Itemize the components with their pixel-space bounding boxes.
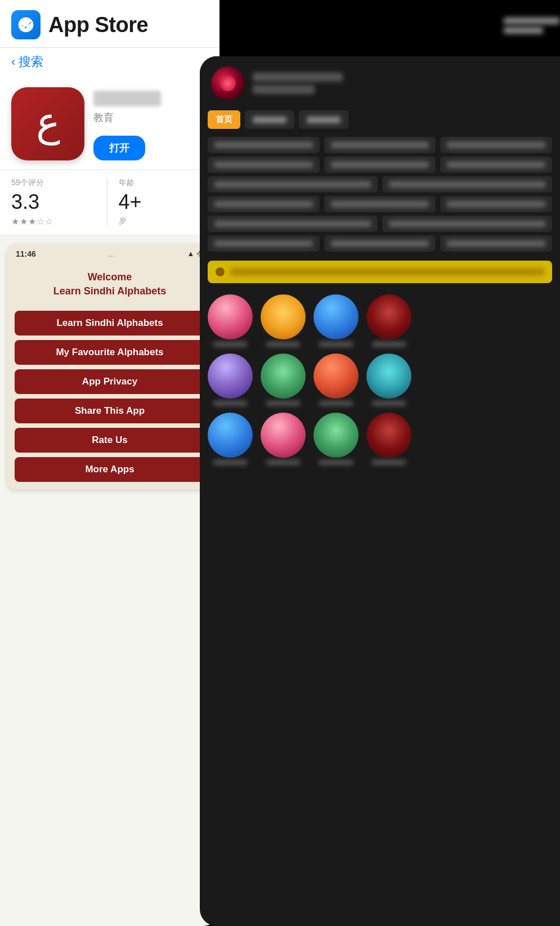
menu-btn-5a[interactable] <box>208 216 378 232</box>
btn-text-6b <box>331 240 429 247</box>
menu-btn-2b[interactable] <box>324 156 436 173</box>
rp-name-area <box>253 73 549 94</box>
avatar-img-12 <box>366 413 411 458</box>
menu-btn-4c[interactable] <box>440 196 552 212</box>
grid-avatar-9[interactable] <box>208 413 253 465</box>
tab-3-label <box>307 117 341 123</box>
avatar-img-7 <box>313 354 359 399</box>
menu-btn-3a[interactable] <box>208 176 378 193</box>
avatar-img-4 <box>366 294 411 339</box>
avatar-img-8 <box>366 354 411 399</box>
menu-row-4 <box>208 196 552 212</box>
grid-avatar-10[interactable] <box>261 413 306 465</box>
tab-home-label: 首页 <box>216 114 232 125</box>
rp-name-line1 <box>253 73 343 82</box>
star-rating: ★★★☆☆ <box>11 216 101 227</box>
avatar-img-10 <box>261 413 306 458</box>
menu-btn-6a[interactable] <box>208 235 320 252</box>
grid-avatar-11[interactable] <box>313 413 359 465</box>
rp-menu-rows <box>200 133 560 255</box>
grid-avatar-4[interactable] <box>366 294 411 347</box>
app-store-icon <box>11 10 41 39</box>
age-label: 年龄 <box>119 178 209 188</box>
blurred-app-text <box>504 17 560 34</box>
tab-3[interactable] <box>299 110 348 129</box>
menu-btn-4a[interactable] <box>208 196 320 212</box>
app-store-panel: App Store ‹ 搜索 ع 教育 打开 59个评分 3.3 ★★★☆☆ 年… <box>0 0 219 926</box>
app-store-title: App Store <box>48 13 148 37</box>
rp-avatar-inner <box>220 75 236 91</box>
avatar-label-3 <box>319 342 353 347</box>
grid-avatar-3[interactable] <box>313 294 359 347</box>
rating-block: 59个评分 3.3 ★★★☆☆ <box>11 178 101 227</box>
menu-btn-1b[interactable] <box>324 137 436 153</box>
grid-avatar-7[interactable] <box>313 354 359 406</box>
btn-text-3a <box>214 181 371 187</box>
app-preview: 11:46 ... ▲ 令 Welcome Learn Sindhi Alpha… <box>7 244 213 490</box>
avatar-img-1 <box>208 294 253 339</box>
grid-avatar-1[interactable] <box>208 294 253 347</box>
nav-bar[interactable]: ‹ 搜索 <box>0 48 219 76</box>
menu-item-rate[interactable]: Rate Us <box>15 428 205 453</box>
preview-menu: Learn Sindhi Alphabets My Favourite Alph… <box>7 305 213 490</box>
rp-header <box>200 56 560 106</box>
tab-home[interactable]: 首页 <box>208 110 240 129</box>
menu-btn-2c[interactable] <box>440 156 552 173</box>
menu-btn-1c[interactable] <box>440 137 552 153</box>
btn-text-4a <box>214 201 313 207</box>
grid-avatar-12[interactable] <box>366 413 411 465</box>
app-icon-letter: ع <box>36 98 60 146</box>
rp-tabs[interactable]: 首页 <box>200 106 560 133</box>
menu-item-learn[interactable]: Learn Sindhi Alphabets <box>15 311 205 335</box>
menu-item-more[interactable]: More Apps <box>15 457 205 482</box>
avatar-label-12 <box>372 460 406 465</box>
btn-text-6c <box>447 240 545 247</box>
avatar-img-2 <box>261 294 306 339</box>
avatar-label-8 <box>372 401 406 406</box>
open-button[interactable]: 打开 <box>93 136 145 160</box>
menu-item-privacy[interactable]: App Privacy <box>15 369 205 394</box>
back-label[interactable]: 搜索 <box>19 53 43 70</box>
btn-text-5a <box>214 221 371 227</box>
menu-btn-4b[interactable] <box>324 196 436 212</box>
avatar-label-10 <box>266 460 300 465</box>
notif-icon <box>216 267 225 276</box>
preview-title-area: Welcome Learn Sindhi Alphabets <box>7 261 213 305</box>
blurred-text-line-2 <box>504 27 543 34</box>
menu-btn-2a[interactable] <box>208 156 320 173</box>
preview-welcome-text: Welcome Learn Sindhi Alphabets <box>12 270 207 298</box>
menu-item-share[interactable]: Share This App <box>15 399 205 423</box>
menu-btn-6b[interactable] <box>324 235 436 252</box>
avatar-img-3 <box>313 294 359 339</box>
age-number: 4+ <box>119 190 209 214</box>
menu-row-5 <box>208 216 552 232</box>
btn-text-1a <box>214 142 313 148</box>
menu-btn-5b[interactable] <box>382 216 552 232</box>
app-store-svg <box>17 16 35 34</box>
menu-btn-1a[interactable] <box>208 137 320 153</box>
blurred-text-line-1 <box>504 17 560 24</box>
app-info-section: ع 教育 打开 <box>0 76 219 170</box>
rp-name-line2 <box>253 85 315 94</box>
grid-avatar-5[interactable] <box>208 354 253 406</box>
welcome-line2: Learn Sindhi Alphabets <box>53 285 166 297</box>
avatar-img-11 <box>313 413 359 458</box>
tab-2[interactable] <box>245 110 294 129</box>
menu-btn-6c[interactable] <box>440 235 552 252</box>
grid-avatar-8[interactable] <box>366 354 411 406</box>
btn-text-1b <box>331 142 429 148</box>
btn-text-2c <box>447 162 545 168</box>
rp-avatar-grid <box>200 289 560 471</box>
grid-avatar-2[interactable] <box>261 294 306 347</box>
preview-status-bar: 11:46 ... ▲ 令 <box>7 244 213 261</box>
back-chevron-icon[interactable]: ‹ <box>11 55 15 69</box>
menu-btn-3b[interactable] <box>382 176 552 193</box>
menu-row-1 <box>208 137 552 153</box>
app-name-blurred <box>93 91 161 106</box>
btn-text-6a <box>214 240 313 247</box>
rp-notification[interactable] <box>208 261 552 283</box>
menu-item-favourite[interactable]: My Favourite Alphabets <box>15 340 205 365</box>
grid-avatar-6[interactable] <box>261 354 306 406</box>
avatar-label-1 <box>213 342 247 347</box>
app-icon: ع <box>11 87 84 160</box>
